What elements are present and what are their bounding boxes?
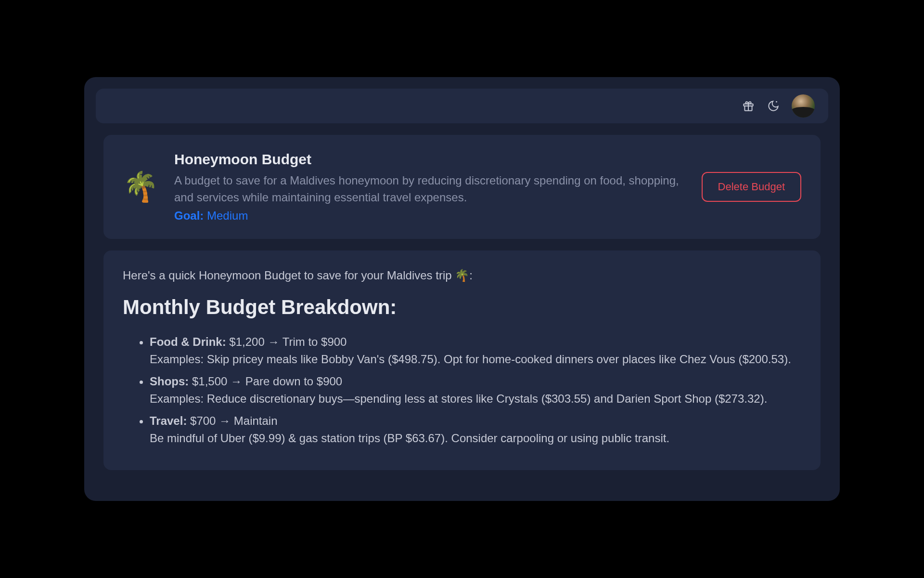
budget-info: Honeymoon Budget A budget to save for a … bbox=[174, 151, 686, 223]
budget-card: 🌴 Honeymoon Budget A budget to save for … bbox=[103, 135, 821, 239]
category-change: $1,200 → Trim to $900 bbox=[226, 335, 347, 348]
moon-icon[interactable] bbox=[767, 99, 780, 113]
category-label: Food & Drink: bbox=[150, 335, 226, 348]
budget-goal: Goal: Medium bbox=[174, 209, 686, 223]
delete-budget-button[interactable]: Delete Budget bbox=[702, 172, 801, 202]
user-avatar[interactable] bbox=[792, 94, 815, 118]
palm-tree-icon: 🌴 bbox=[123, 172, 159, 201]
list-item: Shops: $1,500 → Pare down to $900 Exampl… bbox=[150, 373, 801, 407]
goal-value: Medium bbox=[207, 209, 248, 222]
goal-label: Goal: bbox=[174, 209, 204, 222]
topbar bbox=[96, 89, 828, 123]
category-example: Examples: Reduce discretionary buys—spen… bbox=[150, 390, 801, 407]
category-change: $1,500 → Pare down to $900 bbox=[189, 375, 342, 388]
category-label: Shops: bbox=[150, 375, 189, 388]
category-example: Be mindful of Uber ($9.99) & gas station… bbox=[150, 430, 801, 447]
breakdown-card: Here's a quick Honeymoon Budget to save … bbox=[103, 250, 821, 470]
budget-description: A budget to save for a Maldives honeymoo… bbox=[174, 172, 686, 206]
category-label: Travel: bbox=[150, 414, 187, 427]
breakdown-heading: Monthly Budget Breakdown: bbox=[123, 296, 801, 319]
list-item: Travel: $700 → Maintain Be mindful of Ub… bbox=[150, 412, 801, 447]
app-window: 🌴 Honeymoon Budget A budget to save for … bbox=[84, 77, 840, 501]
category-example: Examples: Skip pricey meals like Bobby V… bbox=[150, 351, 801, 368]
list-item: Food & Drink: $1,200 → Trim to $900 Exam… bbox=[150, 333, 801, 368]
budget-title: Honeymoon Budget bbox=[174, 151, 686, 168]
category-change: $700 → Maintain bbox=[187, 414, 277, 427]
gift-icon[interactable] bbox=[742, 99, 755, 113]
breakdown-intro: Here's a quick Honeymoon Budget to save … bbox=[123, 269, 801, 282]
breakdown-list: Food & Drink: $1,200 → Trim to $900 Exam… bbox=[123, 333, 801, 447]
content: 🌴 Honeymoon Budget A budget to save for … bbox=[84, 135, 840, 470]
